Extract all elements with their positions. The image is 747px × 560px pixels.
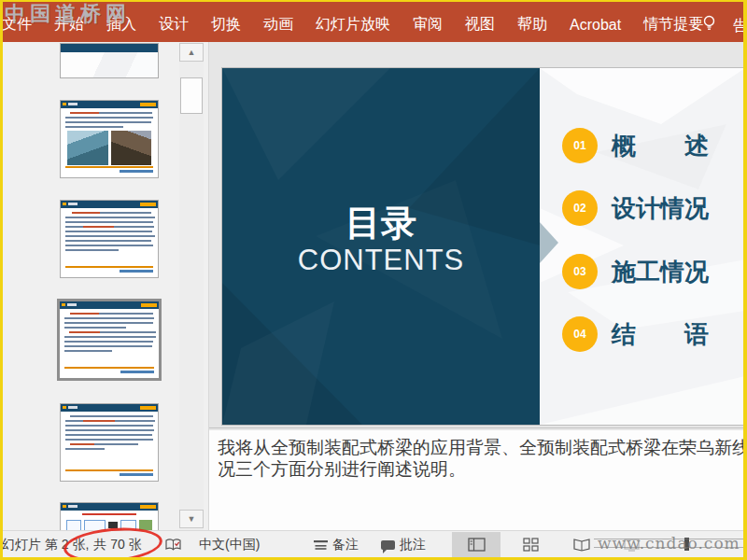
ribbon-tab-review[interactable]: 审阅 (402, 15, 454, 35)
frame-border-left (0, 0, 3, 560)
frame-border-right (743, 0, 747, 560)
tell-me-lightbulb-icon[interactable] (700, 14, 718, 35)
slide-thumbnail-3[interactable] (60, 200, 159, 278)
powerpoint-window: 文件 开始 插入 设计 切换 动画 幻灯片放映 审阅 视图 帮助 Acrobat… (0, 0, 747, 560)
ribbon-tab-view[interactable]: 视图 (454, 15, 506, 35)
reading-view-icon (573, 538, 590, 552)
ribbon-tab-help[interactable]: 帮助 (506, 15, 558, 35)
slide-thumbnail-4-selected[interactable] (57, 299, 162, 381)
watermark-top-left: 中国道桥网 (5, 0, 131, 28)
normal-view-button[interactable] (452, 532, 500, 557)
ribbon-tab-acrobat[interactable]: Acrobat (558, 17, 632, 34)
comment-bubble-icon (381, 540, 395, 550)
slide-thumbnail-2[interactable] (60, 100, 159, 178)
language-indicator[interactable]: 中文(中国) (199, 531, 260, 558)
toc-item-3[interactable]: 03 施工情况 (562, 254, 709, 289)
toc-label: 施工情况 (612, 256, 709, 288)
notes-toggle-button[interactable]: 备注 (314, 531, 359, 558)
watermark-bottom-right: www.cndao.com (598, 534, 743, 553)
ribbon-tab-transitions[interactable]: 切换 (200, 15, 252, 35)
notes-pane[interactable]: 我将从全预制装配式桥梁的应用背景、全预制装配式桥梁在荣乌新线的 况三个方面分别进… (209, 430, 744, 530)
toc-number-badge: 03 (562, 254, 598, 289)
slide-thumbnail-panel: ▲ ▼ (3, 42, 209, 530)
toc-label: 设计情况 (612, 192, 709, 225)
ribbon-tab-animations[interactable]: 动画 (252, 15, 304, 35)
slide-thumbnail-5[interactable] (60, 403, 159, 482)
slide-sorter-view-button[interactable] (506, 532, 555, 557)
toc-item-4[interactable]: 04 结 语 (562, 316, 709, 352)
slide-subtitle[interactable]: CONTENTS (222, 244, 540, 277)
thumbnail-scrollbar-thumb[interactable] (180, 77, 203, 114)
toc-number-badge: 04 (562, 316, 598, 352)
notes-icon (314, 539, 328, 551)
navy-chevron-arrow (540, 222, 558, 263)
thumbnail-scrollbar-track[interactable] (179, 42, 204, 530)
normal-view-icon (468, 538, 486, 552)
notes-splitter[interactable] (209, 427, 744, 428)
slide-sorter-icon (523, 538, 539, 552)
annotation-red-ellipse (63, 524, 164, 560)
notes-text-line-2: 况三个方面分别进行阐述说明。 (218, 457, 466, 482)
toc-number-badge: 01 (562, 128, 598, 163)
toc-item-1[interactable]: 01 概 述 (562, 128, 709, 163)
toc-label: 结 语 (612, 318, 709, 351)
toc-label: 概 述 (612, 130, 709, 162)
slide-canvas[interactable]: 目录 CONTENTS 01 概 述 02 设计情况 03 施工情况 04 结 … (221, 67, 746, 426)
scroll-up-arrow-icon[interactable]: ▲ (179, 43, 204, 62)
comments-toggle-button[interactable]: 批注 (381, 531, 426, 558)
slide-title[interactable]: 目录 (222, 204, 540, 242)
ribbon-tab-slideshow[interactable]: 幻灯片放映 (304, 15, 402, 35)
scroll-down-arrow-icon[interactable]: ▼ (179, 510, 204, 528)
ribbon-tab-design[interactable]: 设计 (148, 15, 200, 35)
toc-number-badge: 02 (562, 190, 598, 226)
slide-thumbnail-1-partial[interactable] (60, 43, 159, 78)
toc-item-2[interactable]: 02 设计情况 (562, 190, 709, 226)
status-bar: 幻灯片 第 2 张, 共 70 张 中文(中国) 备注 批注 (0, 530, 747, 558)
slide-thumbnail-6-partial[interactable] (60, 502, 159, 530)
spell-check-icon[interactable] (165, 531, 181, 558)
